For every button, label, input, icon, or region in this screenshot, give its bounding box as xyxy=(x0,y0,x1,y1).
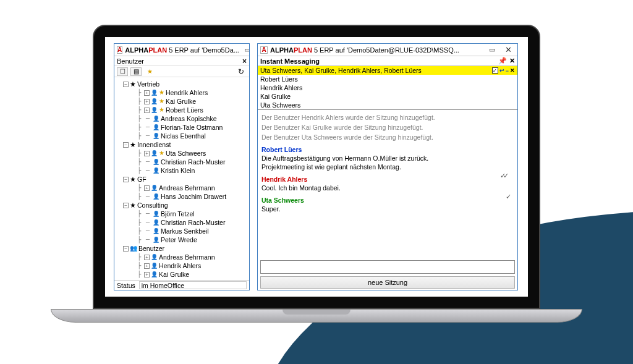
user-icon: 👤 xyxy=(151,270,158,279)
system-message: Der Benutzer Hendrik Ahlers wurde der Si… xyxy=(261,113,514,122)
user-icon: 👤 xyxy=(153,158,159,166)
tree-group[interactable]: − 👥 Benutzer xyxy=(117,244,247,253)
panel-header-users: Benutzer × xyxy=(114,56,249,66)
session-equal-icon[interactable]: = xyxy=(506,67,509,74)
tree-group[interactable]: − ★ GF xyxy=(117,175,247,184)
tree-branch-icon: ├ xyxy=(135,270,143,279)
expand-toggle-icon[interactable]: − xyxy=(123,246,129,252)
favorites-icon[interactable]: ★ xyxy=(144,67,155,76)
tree-user[interactable]: ├+ 👤★ Uta Schweers xyxy=(117,149,247,158)
tree-user[interactable]: ├─ 👤 Niclas Ebenthal xyxy=(117,132,247,140)
expand-toggle-icon[interactable]: + xyxy=(144,263,150,269)
tree-user[interactable]: ├+ 👤★ Hendrik Ahlers xyxy=(117,88,247,97)
close-button[interactable]: ✕ xyxy=(501,45,515,55)
tree-label: Andreas Behrmann xyxy=(159,184,215,192)
status-value[interactable]: im HomeOffice xyxy=(139,281,247,289)
status-label: Status xyxy=(117,282,135,289)
tree-branch-icon: ├ xyxy=(135,132,143,140)
tree-user[interactable]: ├─ 👤 Peter Wrede xyxy=(117,235,247,244)
tree-label: Uta Schweers xyxy=(166,149,206,158)
tree-branch-icon: ├ xyxy=(135,149,143,158)
session-remove-icon[interactable]: ✕ xyxy=(510,67,515,74)
tree-user[interactable]: ├+ 👤 Kai Grulke xyxy=(117,270,247,279)
panel-close-icon[interactable]: × xyxy=(242,57,247,66)
titlebar-left[interactable]: A ALPHAPLAN 5 ERP auf 'Demo5Da... ▭ ✕ xyxy=(114,44,249,56)
tree-label: Björn Tetzel xyxy=(161,210,195,218)
tree-user[interactable]: ├─ 👤 Florian-Tale Ostmann xyxy=(117,123,247,132)
session-label: Kai Grulke xyxy=(260,93,291,100)
expand-toggle-icon[interactable]: + xyxy=(144,272,150,277)
tree-branch-icon: ├ xyxy=(135,218,143,227)
expand-toggle-icon[interactable]: − xyxy=(123,142,129,148)
title-text: ALPHAPLAN 5 ERP auf 'Demo5Da... xyxy=(125,46,239,54)
session-row[interactable]: Hendrik Ahlers xyxy=(258,83,517,92)
tree-user[interactable]: ├─ 👤 Andreas Kopischke xyxy=(117,114,247,123)
message-sender: Robert Lüers xyxy=(261,145,514,154)
tree-user[interactable]: ├─ 👤 Björn Tetzel xyxy=(117,210,247,218)
star-icon: ★ xyxy=(130,201,136,210)
expand-toggle-icon[interactable]: − xyxy=(123,82,129,87)
tree-user[interactable]: ├─ 👤 Christian Rach-Muster xyxy=(117,218,247,227)
users-window: A ALPHAPLAN 5 ERP auf 'Demo5Da... ▭ ✕ Be… xyxy=(114,43,250,290)
tree-branch-icon: ├ xyxy=(135,158,143,166)
tree-user[interactable]: ├─ 👤 Markus Senkbeil xyxy=(117,227,247,235)
session-list[interactable]: Uta Schweers, Kai Grulke, Hendrik Ahlers… xyxy=(258,66,517,110)
tree-branch-icon: ─ xyxy=(144,166,151,175)
tree-group[interactable]: − ★ Consulting xyxy=(117,201,247,210)
session-row[interactable]: Uta Schweers xyxy=(258,101,517,109)
tree-label: Consulting xyxy=(137,201,168,210)
tree-branch-icon: ─ xyxy=(144,227,151,235)
session-label: Hendrik Ahlers xyxy=(260,84,302,91)
expand-toggle-icon[interactable]: + xyxy=(144,99,150,104)
user-icon: 👤 xyxy=(153,114,159,123)
tree-branch-icon: ─ xyxy=(144,192,151,201)
user-tree[interactable]: − ★ Vertrieb├+ 👤★ Hendrik Ahlers├+ 👤★ Ka… xyxy=(114,78,249,279)
tree-user[interactable]: ├+ 👤 Andreas Behrmann xyxy=(117,253,247,261)
laptop-frame: A ALPHAPLAN 5 ERP auf 'Demo5Da... ▭ ✕ Be… xyxy=(93,25,540,334)
tree-group[interactable]: − ★ Innendienst xyxy=(117,140,247,149)
tree-group[interactable]: − ★ Vertrieb xyxy=(117,80,247,88)
message-input[interactable] xyxy=(260,260,515,274)
expand-toggle-icon[interactable]: + xyxy=(144,90,150,96)
expand-toggle-icon[interactable]: + xyxy=(144,255,150,260)
session-label: Robert Lüers xyxy=(260,75,298,83)
refresh-icon[interactable]: ↻ xyxy=(236,67,247,76)
favorite-star-icon: ★ xyxy=(159,149,164,158)
tree-branch-icon: ─ xyxy=(144,218,151,227)
im-close-icon[interactable]: ✕ xyxy=(509,57,515,65)
view-list-icon[interactable]: ☐ xyxy=(117,67,128,76)
user-icon: 👤 xyxy=(153,132,159,140)
pin-icon[interactable]: 📌 xyxy=(498,57,507,65)
tree-branch-icon: ├ xyxy=(135,114,143,123)
session-checkbox[interactable]: ✓ xyxy=(492,67,498,74)
expand-toggle-icon[interactable]: − xyxy=(123,203,129,208)
new-session-button[interactable]: neue Sitzung xyxy=(260,276,515,289)
tree-label: Hendrik Ahlers xyxy=(166,88,208,97)
view-tree-icon[interactable]: ▤ xyxy=(130,67,142,76)
tree-branch-icon: ─ xyxy=(144,158,151,166)
tree-user[interactable]: ├─ 👤 Christian Rach-Muster xyxy=(117,158,247,166)
favorite-star-icon: ★ xyxy=(159,88,164,97)
session-row[interactable]: Kai Grulke xyxy=(258,92,517,101)
tree-user[interactable]: ├+ 👤★ Kai Grulke xyxy=(117,97,247,106)
expand-toggle-icon[interactable]: + xyxy=(144,108,150,113)
tree-branch-icon: ├ xyxy=(135,192,143,201)
session-reply-icon[interactable]: ↩ xyxy=(499,67,504,74)
maximize-button[interactable]: ▭ xyxy=(244,45,249,55)
maximize-button[interactable]: ▭ xyxy=(485,45,499,55)
tree-user[interactable]: ├─ 👤 Kristin Klein xyxy=(117,166,247,175)
tree-label: GF xyxy=(137,175,147,184)
expand-toggle-icon[interactable]: + xyxy=(144,185,150,191)
tree-user[interactable]: ├─ 👤 Hans Joachim Drawert xyxy=(117,192,247,201)
tree-user[interactable]: ├+ 👤 Andreas Behrmann xyxy=(117,184,247,192)
session-row[interactable]: Uta Schweers, Kai Grulke, Hendrik Ahlers… xyxy=(258,66,517,75)
expand-toggle-icon[interactable]: + xyxy=(144,151,150,156)
titlebar-right[interactable]: A ALPHAPLAN 5 ERP auf 'Demo5Daten@RLUE-0… xyxy=(258,44,517,56)
tree-user[interactable]: ├+ 👤★ Robert Lüers xyxy=(117,106,247,114)
user-icon: 👤 xyxy=(153,218,159,227)
tree-branch-icon: ─ xyxy=(144,132,151,140)
tree-user[interactable]: ├+ 👤 Hendrik Ahlers xyxy=(117,261,247,270)
laptop-base xyxy=(51,309,582,323)
expand-toggle-icon[interactable]: − xyxy=(123,177,129,182)
session-row[interactable]: Robert Lüers xyxy=(258,75,517,83)
